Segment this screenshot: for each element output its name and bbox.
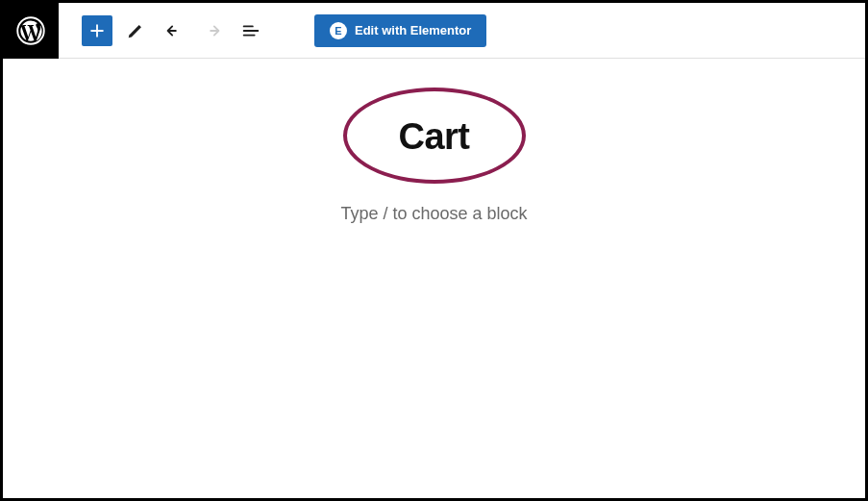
pencil-icon: [125, 20, 146, 41]
plus-icon: [87, 21, 107, 40]
page-title-input[interactable]: Cart: [398, 116, 469, 158]
edit-with-elementor-button[interactable]: E Edit with Elementor: [314, 14, 486, 47]
title-container: Cart: [398, 116, 469, 158]
elementor-button-label: Edit with Elementor: [355, 23, 471, 38]
elementor-icon: E: [330, 22, 347, 39]
undo-icon: [163, 20, 185, 41]
edit-mode-button[interactable]: [120, 15, 151, 46]
block-placeholder[interactable]: Type / to choose a block: [340, 204, 527, 224]
wordpress-logo-button[interactable]: [3, 3, 59, 59]
add-block-button[interactable]: [82, 15, 112, 46]
redo-button[interactable]: [197, 15, 228, 46]
editor-canvas: Cart Type / to choose a block: [3, 59, 865, 224]
wordpress-icon: [16, 16, 45, 45]
outline-icon: [240, 20, 261, 41]
redo-icon: [202, 20, 223, 41]
editor-toolbar: E Edit with Elementor: [3, 3, 865, 59]
document-outline-button[interactable]: [236, 15, 266, 46]
undo-button[interactable]: [159, 15, 189, 46]
toolbar-actions: E Edit with Elementor: [59, 14, 486, 47]
